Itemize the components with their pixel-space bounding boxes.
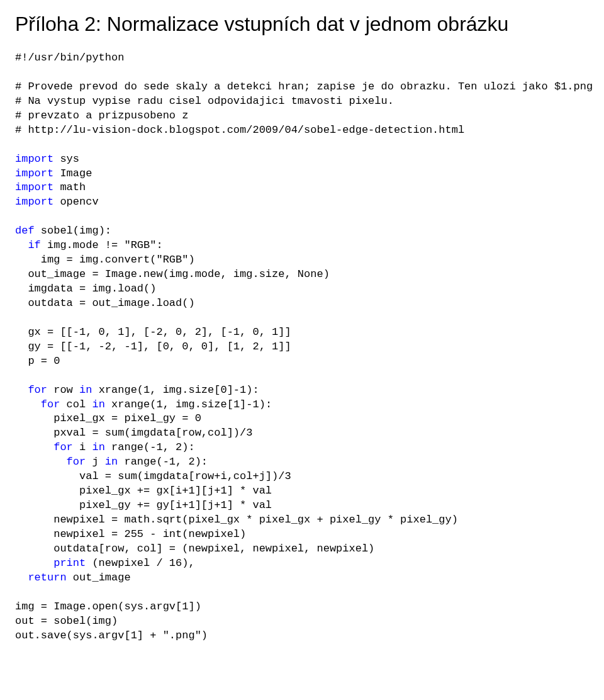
code-line: val = sum(imgdata[row+i,col+j])/3: [15, 470, 291, 482]
keyword: return: [15, 572, 67, 584]
code-line: newpixel = math.sqrt(pixel_gx * pixel_gx…: [15, 514, 458, 526]
code-line: gy = [[-1, -2, -1], [0, 0, 0], [1, 2, 1]…: [15, 341, 291, 353]
code-text: sobel(img):: [35, 225, 111, 237]
code-text: i: [73, 441, 92, 453]
keyword: in: [92, 441, 104, 453]
page-title: Příloha 2: Normalizace vstupních dat v j…: [15, 13, 589, 36]
code-text: range(-1, 2):: [118, 456, 208, 468]
keyword: in: [92, 398, 104, 410]
code-text: sys: [53, 153, 79, 165]
code-text: range(-1, 2):: [105, 441, 195, 453]
code-line: # http://lu-vision-dock.blogspot.com/200…: [15, 124, 464, 136]
code-text: Image: [53, 167, 92, 179]
keyword: import: [15, 167, 53, 179]
code-text: col: [60, 398, 92, 410]
code-line: out.save(sys.argv[1] + ".png"): [15, 629, 208, 641]
keyword: for: [15, 384, 47, 396]
code-line: out = sobel(img): [15, 615, 118, 627]
keyword: for: [15, 456, 86, 468]
code-text: j: [86, 456, 105, 468]
keyword: for: [15, 441, 73, 453]
keyword: import: [15, 181, 53, 193]
code-line: # Provede prevod do sede skaly a detekci…: [15, 81, 593, 93]
code-line: pxval = sum(imgdata[row,col])/3: [15, 427, 252, 439]
code-line: outdata[row, col] = (newpixel, newpixel,…: [15, 543, 374, 555]
code-line: gx = [[-1, 0, 1], [-2, 0, 2], [-1, 0, 1]…: [15, 326, 291, 338]
code-line: out_image = Image.new(img.mode, img.size…: [15, 268, 330, 280]
code-text: row: [47, 384, 79, 396]
code-block: #!/usr/bin/python # Provede prevod do se…: [15, 51, 589, 643]
code-line: # Na vystup vypise radu cisel odpovidaji…: [15, 95, 394, 107]
keyword: def: [15, 225, 35, 237]
code-line: newpixel = 255 - int(newpixel): [15, 528, 246, 540]
code-text: out_image: [67, 572, 131, 584]
keyword: import: [15, 153, 53, 165]
code-line: img = img.convert("RGB"): [15, 254, 195, 266]
code-line: pixel_gx = pixel_gy = 0: [15, 412, 201, 424]
code-text: xrange(1, img.size[1]-1):: [105, 398, 272, 410]
code-line: #!/usr/bin/python: [15, 52, 124, 64]
code-text: (newpixel / 16),: [86, 557, 194, 569]
code-line: imgdata = img.load(): [15, 283, 156, 295]
code-text: math: [53, 181, 86, 193]
keyword: for: [15, 398, 60, 410]
code-line: outdata = out_image.load(): [15, 297, 195, 309]
keyword: in: [79, 384, 92, 396]
keyword: in: [105, 456, 118, 468]
code-text: xrange(1, img.size[0]-1):: [92, 384, 259, 396]
code-line: pixel_gy += gy[i+1][j+1] * val: [15, 499, 272, 511]
code-line: # prevzato a prizpusobeno z: [15, 110, 188, 121]
code-text: opencv: [53, 196, 98, 208]
code-line: p = 0: [15, 355, 60, 367]
code-line: pixel_gx += gx[i+1][j+1] * val: [15, 485, 272, 497]
keyword: import: [15, 196, 53, 208]
keyword: print: [15, 557, 86, 569]
keyword: if: [15, 239, 41, 251]
code-text: img.mode != "RGB":: [41, 239, 163, 251]
code-line: img = Image.open(sys.argv[1]): [15, 601, 201, 612]
